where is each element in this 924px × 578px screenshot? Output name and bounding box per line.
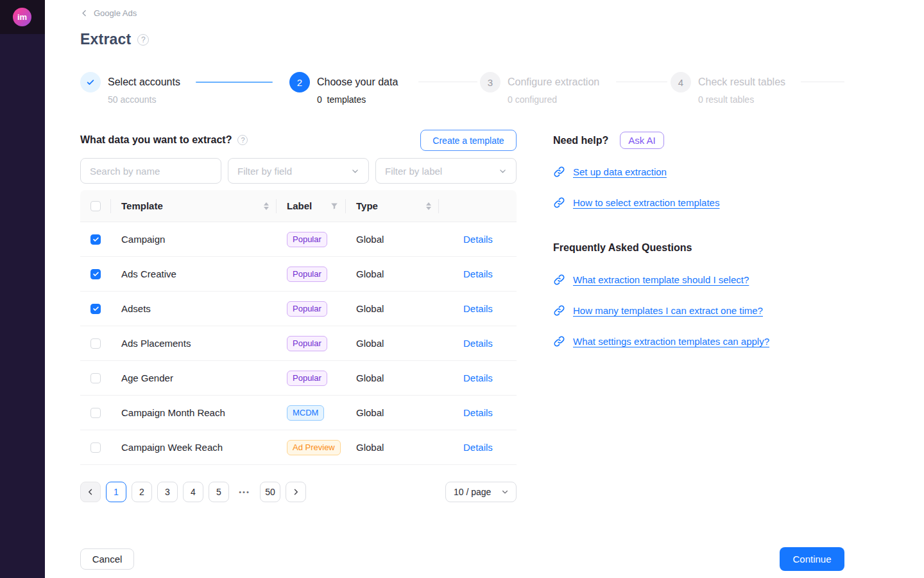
table-header-template[interactable]: Template bbox=[111, 190, 277, 222]
details-link[interactable]: Details bbox=[463, 372, 493, 383]
help-icon[interactable]: ? bbox=[137, 34, 149, 46]
template-name: Ads Placements bbox=[111, 338, 277, 349]
help-link-label: How to select extraction templates bbox=[573, 197, 719, 208]
table-row: Campaign Week Reach Ad Preview Global De… bbox=[80, 430, 517, 465]
pagination-page-4[interactable]: 4 bbox=[183, 482, 203, 502]
step-connector bbox=[418, 82, 477, 82]
templates-table: Template Label Type Campaign bbox=[80, 190, 517, 465]
faq-link-how-many[interactable]: How many templates I can extract one tim… bbox=[553, 304, 763, 317]
main-content: Google Ads Extract ? Select accounts 50 … bbox=[45, 0, 924, 578]
filter-funnel-icon[interactable] bbox=[330, 202, 338, 210]
ask-ai-button[interactable]: Ask AI bbox=[620, 132, 664, 149]
chevron-left-icon bbox=[80, 9, 89, 17]
chevron-down-icon bbox=[499, 167, 507, 175]
table-row: Campaign Popular Global Details bbox=[80, 222, 517, 257]
details-link[interactable]: Details bbox=[463, 303, 493, 314]
table-header-type[interactable]: Type bbox=[346, 190, 439, 222]
select-all-checkbox[interactable] bbox=[90, 201, 101, 211]
step-connector bbox=[196, 82, 273, 83]
row-checkbox[interactable] bbox=[90, 442, 101, 453]
pagination: 1 2 3 4 5 ••• 50 bbox=[80, 482, 306, 502]
pagination-page-50[interactable]: 50 bbox=[260, 482, 280, 502]
table-header-label[interactable]: Label bbox=[277, 190, 346, 222]
template-name: Campaign bbox=[111, 234, 277, 245]
help-link-setup[interactable]: Set up data extraction bbox=[553, 166, 667, 178]
template-type: Global bbox=[346, 407, 439, 418]
column-title: Type bbox=[356, 200, 378, 211]
sorter-icon[interactable] bbox=[264, 202, 269, 210]
link-icon bbox=[553, 197, 565, 209]
details-link[interactable]: Details bbox=[463, 268, 493, 279]
table-row: Ads Creative Popular Global Details bbox=[80, 257, 517, 292]
cancel-button[interactable]: Cancel bbox=[80, 548, 134, 570]
step-connector bbox=[801, 82, 844, 82]
details-link[interactable]: Details bbox=[463, 442, 493, 453]
pagination-page-2[interactable]: 2 bbox=[132, 482, 152, 502]
app-sidebar: im bbox=[0, 0, 45, 578]
step-configure-extraction[interactable]: 3 Configure extraction 0 configured bbox=[480, 72, 599, 105]
step-subtitle: 0 result tables bbox=[698, 94, 785, 105]
template-type: Global bbox=[346, 268, 439, 279]
chevron-right-icon bbox=[292, 488, 300, 496]
link-icon bbox=[553, 335, 565, 347]
template-name: Age Gender bbox=[111, 372, 277, 383]
faq-link-label: What settings extraction templates can a… bbox=[573, 336, 769, 347]
pagination-page-3[interactable]: 3 bbox=[157, 482, 178, 502]
table-header-row: Template Label Type bbox=[80, 190, 517, 222]
label-tag: Popular bbox=[287, 267, 327, 282]
chevron-down-icon bbox=[501, 488, 509, 496]
step-title: Check result tables bbox=[698, 72, 785, 92]
row-checkbox[interactable] bbox=[90, 338, 101, 349]
need-help-title: Need help? bbox=[553, 135, 608, 146]
template-type: Global bbox=[346, 372, 439, 383]
filter-by-field-select[interactable]: Filter by field bbox=[228, 158, 369, 184]
continue-button[interactable]: Continue bbox=[780, 547, 844, 571]
table-header-action bbox=[439, 190, 517, 222]
details-link[interactable]: Details bbox=[463, 338, 493, 349]
breadcrumb[interactable]: Google Ads bbox=[80, 8, 137, 18]
faq-link-settings[interactable]: What settings extraction templates can a… bbox=[553, 335, 769, 347]
create-template-button[interactable]: Create a template bbox=[420, 130, 517, 151]
row-checkbox[interactable] bbox=[90, 304, 101, 314]
template-name: Ads Creative bbox=[111, 268, 277, 279]
step-subtitle: 50 accounts bbox=[108, 94, 180, 105]
faq-link-which-template[interactable]: What extraction template should I select… bbox=[553, 274, 749, 286]
label-tag: Ad Preview bbox=[287, 440, 341, 455]
row-checkbox[interactable] bbox=[90, 373, 101, 383]
label-tag: Popular bbox=[287, 301, 327, 317]
row-checkbox[interactable] bbox=[90, 234, 101, 245]
label-tag: Popular bbox=[287, 371, 327, 386]
table-row: Ads Placements Popular Global Details bbox=[80, 326, 517, 361]
step-check-result-tables[interactable]: 4 Check result tables 0 result tables bbox=[671, 72, 785, 105]
pagination-prev-button[interactable] bbox=[80, 482, 101, 502]
table-row: Adsets Popular Global Details bbox=[80, 292, 517, 326]
step-number: 4 bbox=[671, 72, 691, 92]
pagination-page-5[interactable]: 5 bbox=[209, 482, 229, 502]
details-link[interactable]: Details bbox=[463, 234, 493, 245]
filter-by-label-select[interactable]: Filter by label bbox=[375, 158, 517, 184]
template-type: Global bbox=[346, 442, 439, 453]
search-input[interactable] bbox=[90, 166, 218, 177]
app-logo[interactable]: im bbox=[13, 8, 31, 26]
table-row: Age Gender Popular Global Details bbox=[80, 361, 517, 396]
step-select-accounts[interactable]: Select accounts 50 accounts bbox=[80, 72, 180, 105]
template-name: Campaign Month Reach bbox=[111, 407, 277, 418]
row-checkbox[interactable] bbox=[90, 269, 101, 279]
page-size-select[interactable]: 10 / page bbox=[445, 482, 517, 502]
pagination-next-button[interactable] bbox=[286, 482, 306, 502]
row-checkbox[interactable] bbox=[90, 408, 101, 418]
page-title: Extract bbox=[80, 31, 131, 48]
details-link[interactable]: Details bbox=[463, 407, 493, 418]
column-title: Label bbox=[287, 200, 312, 211]
pagination-page-1[interactable]: 1 bbox=[106, 482, 126, 502]
help-icon[interactable]: ? bbox=[237, 135, 248, 145]
pagination-ellipsis[interactable]: ••• bbox=[234, 482, 255, 502]
step-title: Choose your data bbox=[317, 72, 398, 92]
section-question: What data you want to extract? bbox=[80, 134, 232, 146]
link-icon bbox=[553, 304, 565, 317]
step-choose-data[interactable]: 2 Choose your data 0 templates bbox=[289, 72, 398, 105]
step-title: Select accounts bbox=[108, 72, 180, 92]
label-tag: MCDM bbox=[287, 405, 324, 421]
sorter-icon[interactable] bbox=[426, 202, 431, 210]
help-link-how-to-select[interactable]: How to select extraction templates bbox=[553, 197, 719, 209]
